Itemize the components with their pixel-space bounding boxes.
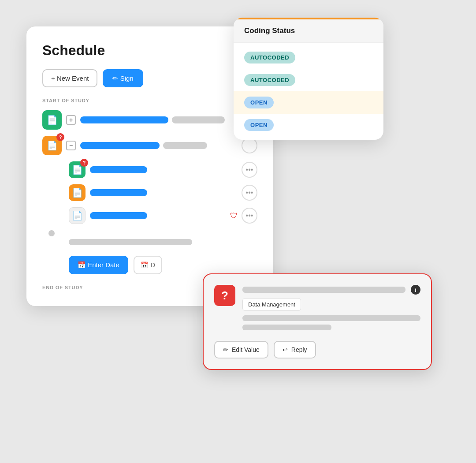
list-item: OPEN <box>234 91 383 114</box>
coding-status-title: Coding Status <box>244 26 373 35</box>
status-badge-autocoded-2: AUTOCODED <box>244 74 295 86</box>
sign-button[interactable]: ✏ Sign <box>103 69 143 87</box>
doc-icon-green-1: 📄 <box>42 110 62 130</box>
question-mark: ? <box>221 289 228 302</box>
query-card: ? i Data Management ✏ Edit Value ↩ Reply <box>203 273 432 370</box>
schedule-title: Schedule <box>42 42 257 59</box>
progress-bar-blue-1 <box>80 116 168 123</box>
enter-date-section: 📅 Enter Date 📅 D <box>69 256 257 274</box>
list-item: 📄 ••• <box>69 184 257 201</box>
table-row: 📄 + ••• <box>42 110 257 130</box>
coding-rows: AUTOCODED AUTOCODED OPEN OPEN <box>234 43 383 140</box>
progress-bar-gray-2 <box>163 142 207 149</box>
query-top-bar: i <box>242 285 420 295</box>
query-question-icon: ? <box>214 285 235 306</box>
query-badge-1: ? <box>56 133 64 141</box>
more-options-button-3[interactable]: ••• <box>242 185 257 201</box>
new-event-button[interactable]: + New Event <box>42 69 97 87</box>
progress-bar-blue-4 <box>90 189 147 196</box>
reply-button[interactable]: ↩ Reply <box>274 341 316 358</box>
calendar-button-label: D <box>151 261 155 269</box>
calendar-button[interactable]: 📅 D <box>134 256 162 274</box>
query-bar-1 <box>242 315 420 321</box>
progress-bar-blue-2 <box>80 142 160 149</box>
document-icon: 📄 <box>72 164 83 175</box>
query-content: i Data Management <box>242 285 420 334</box>
info-letter: i <box>415 287 416 293</box>
document-icon: 📄 <box>47 140 58 151</box>
list-item: OPEN <box>234 114 383 136</box>
pencil-icon: ✏ <box>223 346 228 353</box>
doc-icon-white-1: 📄 <box>69 207 86 224</box>
progress-bar-blue-3 <box>90 166 147 173</box>
gray-bar-row <box>69 239 257 245</box>
document-icon: 📄 <box>47 115 58 125</box>
query-actions: ✏ Edit Value ↩ Reply <box>214 341 420 358</box>
status-badge-open-1: OPEN <box>244 97 274 108</box>
edit-value-label: Edit Value <box>232 346 260 353</box>
list-item: 📄 ? ••• <box>69 161 257 178</box>
start-of-study-label: START OF STUDY <box>42 98 257 103</box>
reply-icon: ↩ <box>283 346 288 353</box>
info-icon: i <box>411 285 420 295</box>
bar-container-3 <box>90 166 238 173</box>
more-options-button-2[interactable]: ••• <box>242 162 257 178</box>
timeline: 📄 + ••• 📄 ? − <box>42 110 257 274</box>
query-title-placeholder <box>242 287 405 293</box>
circle-placeholder <box>242 138 257 153</box>
document-icon: 📄 <box>72 187 83 198</box>
edit-value-button[interactable]: ✏ Edit Value <box>214 341 268 358</box>
query-badge-2: ? <box>80 159 88 167</box>
timeline-dot <box>48 230 55 236</box>
list-item: AUTOCODED <box>234 69 383 91</box>
bar-container-1 <box>80 116 238 123</box>
bar-container-2 <box>80 142 238 149</box>
schedule-toolbar: + New Event ✏ Sign <box>42 69 257 87</box>
bar-container-4 <box>90 189 238 196</box>
query-bar-2 <box>242 325 331 330</box>
doc-icon-orange-1: 📄 ? <box>42 136 62 155</box>
progress-bar-gray-1 <box>172 116 225 123</box>
progress-bar-gray-3 <box>69 239 192 245</box>
query-header: ? i Data Management <box>214 285 420 334</box>
coding-card: Coding Status AUTOCODED AUTOCODED OPEN O… <box>234 18 383 140</box>
coding-header: Coding Status <box>234 18 383 43</box>
enter-date-button[interactable]: 📅 Enter Date <box>69 256 128 274</box>
status-badge-open-2: OPEN <box>244 119 274 131</box>
bar-container-5 <box>90 212 227 219</box>
shield-icon: 🛡 <box>230 211 238 220</box>
list-item: AUTOCODED <box>234 46 383 69</box>
progress-bar-blue-5 <box>90 212 147 219</box>
calendar-icon: 📅 <box>141 261 148 269</box>
table-row: 📄 ? − <box>42 136 257 155</box>
more-options-button-4[interactable]: ••• <box>242 208 257 224</box>
document-icon: 📄 <box>72 210 83 221</box>
status-badge-autocoded-1: AUTOCODED <box>244 52 295 63</box>
data-management-badge: Data Management <box>242 298 301 311</box>
reply-label: Reply <box>291 346 307 353</box>
expand-button-1[interactable]: + <box>66 115 76 125</box>
list-item: 📄 🛡 ••• <box>69 207 257 224</box>
indent-group: 📄 ? ••• 📄 ••• <box>69 161 257 230</box>
collapse-button-1[interactable]: − <box>66 141 76 150</box>
doc-icon-orange-2: 📄 <box>69 184 86 201</box>
doc-icon-green-2: 📄 ? <box>69 161 86 178</box>
